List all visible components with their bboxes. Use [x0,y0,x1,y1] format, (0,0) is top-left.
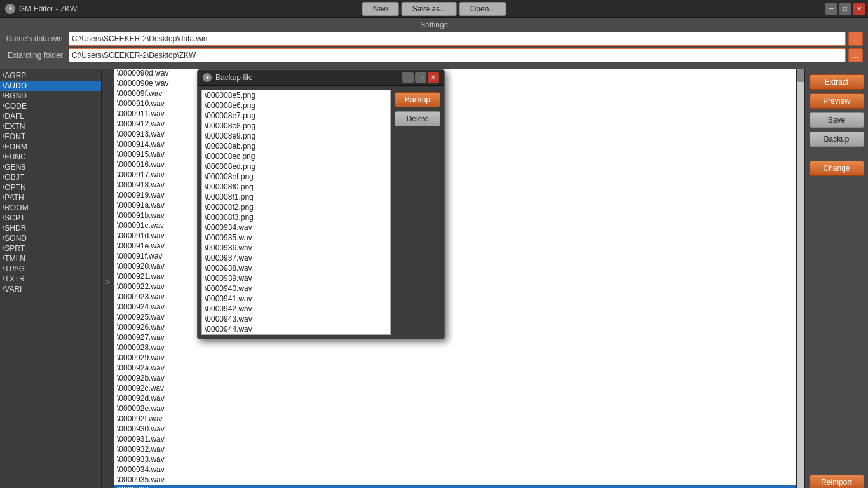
modal-overlay: ★ Backup file ─ □ ✕ \000008e5.png\000008… [0,69,868,488]
backup-dialog-title: ★ Backup file ─ □ ✕ [198,70,444,86]
backup-file-item[interactable]: \0000942.wav [202,304,390,314]
backup-dialog-title-text: Backup file [215,73,401,82]
new-button[interactable]: New [362,2,399,16]
backup-file-item[interactable]: \000008f0.png [202,182,390,192]
game-data-input[interactable] [69,32,846,46]
backup-file-item[interactable]: \000008e9.png [202,131,390,141]
minimize-button[interactable]: ─ [825,3,837,15]
open-button[interactable]: Open... [459,2,506,16]
save-as-button[interactable]: Save as... [402,2,457,16]
backup-dialog: ★ Backup file ─ □ ✕ \000008e5.png\000008… [197,69,445,339]
backup-file-item[interactable]: \000008f3.png [202,212,390,222]
backup-file-item[interactable]: \0000939.wav [202,273,390,283]
backup-file-list[interactable]: \000008e5.png\000008e6.png\000008e7.png\… [201,90,391,335]
backup-file-item[interactable]: \0000943.wav [202,314,390,324]
backup-dialog-minimize[interactable]: ─ [402,72,414,83]
backup-file-item[interactable]: \0000944.wav [202,324,390,334]
center-buttons: New Save as... Open... [362,2,506,16]
backup-dialog-icon: ★ [203,73,212,82]
backup-file-item[interactable]: \000008ec.png [202,151,390,161]
backup-file-item[interactable]: \000008ef.png [202,172,390,182]
backup-file-item[interactable]: \0000934.wav [202,222,390,233]
backup-dialog-body: \000008e5.png\000008e6.png\000008e7.png\… [198,86,444,339]
backup-file-item[interactable]: \0000940.wav [202,283,390,294]
maximize-button[interactable]: □ [839,3,851,15]
backup-file-item[interactable]: \0000935.wav [202,233,390,243]
backup-file-item[interactable]: \000008e5.png [202,90,390,100]
backup-file-item[interactable]: \000008e6.png [202,100,390,111]
extract-folder-row: Extarcting folder: ... [5,48,863,62]
backup-delete-button[interactable]: Delete [395,111,440,126]
backup-file-item[interactable]: \0000941.wav [202,294,390,304]
backup-file-item[interactable]: \0000938.wav [202,263,390,273]
backup-file-item[interactable]: \000008eb.png [202,141,390,151]
backup-file-item[interactable]: \000008f2.png [202,202,390,212]
backup-file-item[interactable]: \000008e7.png [202,111,390,121]
window-controls: ─ □ ✕ [825,3,865,15]
backup-backup-button[interactable]: Backup [395,92,440,107]
extract-folder-browse[interactable]: ... [848,48,863,62]
game-data-row: Game's data.win: ... [5,32,863,46]
app-title: GM Editor - ZKW [19,4,77,13]
backup-file-item[interactable]: \0000936.wav [202,243,390,253]
backup-file-item[interactable]: \000008ed.png [202,161,390,172]
settings-title: Settings [5,20,863,29]
backup-dialog-close[interactable]: ✕ [428,72,439,83]
extract-folder-input[interactable] [69,48,846,62]
title-bar: ★ GM Editor - ZKW New Save as... Open...… [0,0,868,18]
close-button[interactable]: ✕ [853,3,865,15]
backup-file-item[interactable]: \000008e8.png [202,121,390,131]
settings-bar: Settings Game's data.win: ... Extarcting… [0,18,868,69]
main-content: \AGRP\AUDO\BGND\CODE\DAFL\EXTN\FONT\FORM… [0,69,868,488]
backup-dialog-maximize[interactable]: □ [415,72,426,83]
backup-file-item[interactable]: \0000937.wav [202,253,390,263]
game-data-label: Game's data.win: [5,34,69,43]
backup-dialog-actions: Backup Delete [395,90,440,335]
game-data-browse[interactable]: ... [848,32,863,46]
app-icon: ★ [5,4,15,14]
extract-folder-label: Extarcting folder: [5,51,69,60]
backup-file-item[interactable]: \000008f1.png [202,192,390,202]
